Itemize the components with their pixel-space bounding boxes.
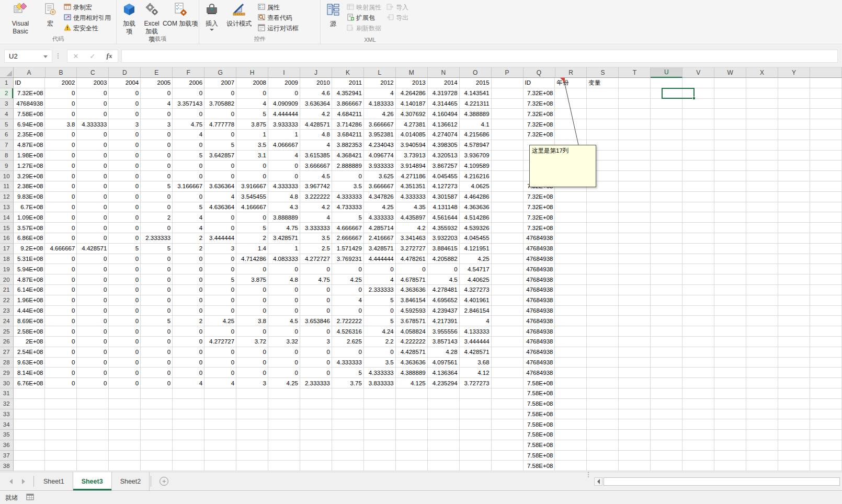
cell[interactable]	[682, 223, 714, 233]
cell[interactable]: 6.86E+08	[14, 233, 45, 244]
column-header[interactable]: R	[555, 67, 587, 78]
com-addins-button[interactable]: COM 加载项	[164, 1, 197, 33]
cell[interactable]: 3.333333	[300, 223, 332, 233]
cell[interactable]: 7.32E+08	[524, 88, 555, 99]
cell[interactable]: 3.625	[364, 171, 396, 181]
cell[interactable]: 7.58E+08	[524, 378, 555, 388]
cell[interactable]	[587, 119, 619, 130]
cell[interactable]: 3.444444	[204, 233, 236, 244]
cell[interactable]	[778, 244, 810, 254]
cell[interactable]	[141, 440, 173, 451]
cell[interactable]	[141, 409, 173, 420]
horizontal-scrollbar-thumb[interactable]	[604, 477, 840, 486]
cell[interactable]	[810, 419, 842, 430]
cell[interactable]	[651, 130, 682, 140]
cell[interactable]	[141, 419, 173, 430]
cell[interactable]: 2	[173, 233, 204, 244]
cell[interactable]: 0	[173, 264, 204, 274]
cell[interactable]	[778, 347, 810, 358]
cell[interactable]: 7.58E+08	[524, 399, 555, 409]
cell[interactable]: 4.166667	[236, 202, 268, 213]
cell[interactable]: 47684938	[524, 244, 555, 254]
cell[interactable]	[555, 130, 587, 140]
cell[interactable]: ID	[14, 78, 45, 88]
cell[interactable]	[428, 440, 460, 451]
cell[interactable]: 0	[45, 140, 77, 151]
cell[interactable]: 0	[364, 347, 396, 358]
cell[interactable]	[587, 192, 619, 202]
cell[interactable]	[746, 202, 778, 213]
cell[interactable]	[778, 181, 810, 192]
cell[interactable]: 3.884615	[428, 244, 460, 254]
cell[interactable]	[651, 388, 682, 399]
cell[interactable]: 4.478261	[396, 254, 428, 265]
cell[interactable]	[555, 378, 587, 388]
cell[interactable]	[492, 347, 524, 358]
cell[interactable]	[619, 88, 651, 99]
cell[interactable]: 3.272727	[396, 244, 428, 254]
cell[interactable]	[746, 306, 778, 316]
cell[interactable]	[14, 399, 45, 409]
cell[interactable]: 0	[204, 295, 236, 306]
cell[interactable]: 1.571429	[332, 244, 364, 254]
cell[interactable]	[109, 409, 141, 420]
cell[interactable]	[619, 419, 651, 430]
excel-addins-button[interactable]: Excel 加载项	[141, 1, 163, 33]
cell[interactable]: 4.777778	[204, 119, 236, 130]
cell[interactable]: 4.428571	[396, 347, 428, 358]
cell[interactable]	[746, 461, 778, 471]
cell[interactable]	[746, 244, 778, 254]
cell[interactable]: 0	[77, 212, 109, 223]
cell[interactable]	[555, 244, 587, 254]
cell[interactable]: 4.096774	[364, 151, 396, 161]
cell[interactable]	[619, 202, 651, 213]
cell[interactable]: 7.32E+08	[14, 88, 45, 99]
run-dialog-button[interactable]: 运行对话框	[256, 23, 301, 33]
cell[interactable]	[778, 440, 810, 451]
cell[interactable]: 4	[141, 99, 173, 109]
cell[interactable]: 1.4	[236, 244, 268, 254]
cell[interactable]	[619, 440, 651, 451]
cell[interactable]: 5	[236, 223, 268, 233]
cell[interactable]	[651, 78, 682, 88]
cell[interactable]: 2007	[204, 78, 236, 88]
row-header[interactable]: 3	[0, 99, 14, 109]
cell[interactable]	[77, 461, 109, 471]
cell[interactable]: 3.666667	[364, 119, 396, 130]
cell[interactable]: 3.888889	[268, 212, 300, 223]
cell[interactable]: 0	[268, 368, 300, 378]
design-mode-button[interactable]: 设计模式	[223, 1, 255, 33]
cell[interactable]	[810, 295, 842, 306]
cell[interactable]: 3.636364	[300, 99, 332, 109]
cell[interactable]	[714, 378, 746, 388]
cell[interactable]: 0	[332, 171, 364, 181]
cell[interactable]	[492, 223, 524, 233]
cell[interactable]: 0	[77, 161, 109, 171]
cell[interactable]	[555, 119, 587, 130]
cell[interactable]	[268, 440, 300, 451]
cell[interactable]	[428, 388, 460, 399]
cell[interactable]: 4.221311	[460, 99, 492, 109]
cell[interactable]: 0	[77, 254, 109, 265]
cell[interactable]: 4	[173, 212, 204, 223]
cell[interactable]: 4.2	[300, 109, 332, 119]
cell[interactable]	[778, 223, 810, 233]
cell[interactable]: 0	[109, 161, 141, 171]
cell[interactable]	[619, 285, 651, 295]
cell[interactable]	[746, 378, 778, 388]
cell[interactable]	[619, 347, 651, 358]
cell[interactable]	[587, 347, 619, 358]
cell[interactable]	[555, 212, 587, 223]
cell[interactable]: 7.32E+08	[524, 130, 555, 140]
cell[interactable]	[714, 274, 746, 285]
cell[interactable]	[555, 264, 587, 274]
cell[interactable]	[714, 264, 746, 274]
cell[interactable]	[746, 212, 778, 223]
cell[interactable]: 0	[141, 358, 173, 368]
column-header[interactable]: C	[77, 67, 109, 78]
cell[interactable]: 2010	[300, 78, 332, 88]
cell[interactable]: 3.653846	[300, 316, 332, 326]
cell[interactable]: 3.833333	[364, 378, 396, 388]
cell[interactable]	[300, 440, 332, 451]
cell[interactable]: 4.222222	[396, 337, 428, 347]
